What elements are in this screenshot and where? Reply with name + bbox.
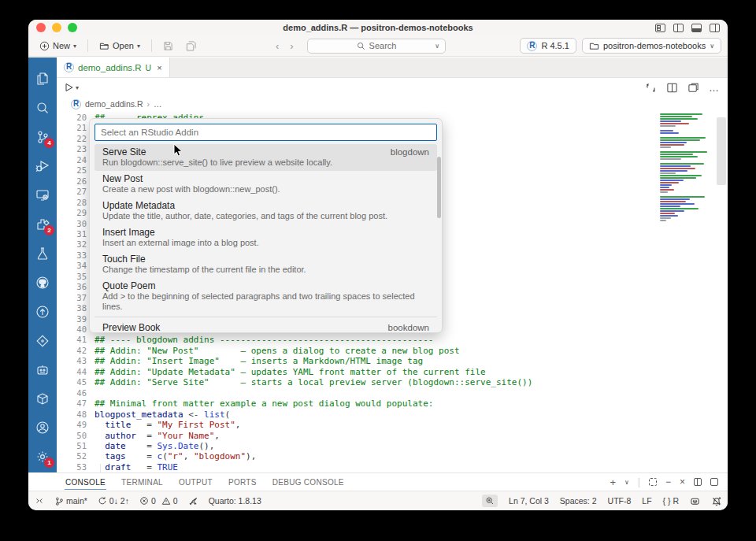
editor-scrollbar[interactable] [717, 117, 726, 185]
split-editor-icon[interactable] [666, 82, 678, 94]
addin-item-insert-image[interactable]: Insert ImageInsert an external image int… [94, 224, 437, 251]
chevron-down-icon: ▾ [73, 43, 76, 50]
remote-indicator[interactable] [35, 496, 44, 506]
zoom-button[interactable] [482, 495, 498, 507]
panel-tab-ports[interactable]: PORTS [228, 475, 258, 489]
line-number: 48 [57, 409, 87, 420]
line-number: 46 [57, 388, 87, 398]
encoding-status[interactable]: UTF-8 [608, 496, 632, 506]
panel-layout-icon[interactable] [710, 478, 718, 486]
eol-status[interactable]: LF [642, 496, 651, 506]
open-in-new-window-icon[interactable] [687, 82, 699, 94]
customize-layout-icon[interactable] [655, 24, 665, 32]
panel-tab-debug-console[interactable]: DEBUG CONSOLE [272, 475, 345, 489]
toggle-panel-icon[interactable] [691, 24, 702, 32]
code-editor[interactable]: 1920## ---- reprex addins --------------… [57, 111, 728, 472]
line-number: 33 [57, 250, 87, 261]
panel-tab-output[interactable]: OUTPUT [178, 475, 213, 489]
minimap[interactable] [660, 111, 713, 222]
account-button[interactable] [28, 413, 57, 442]
addin-item-preview-book[interactable]: Preview BookRun bookdown::serve_book() t… [94, 320, 437, 333]
run-file-button[interactable]: ▾ [63, 82, 79, 93]
minimap-line [660, 180, 684, 181]
code-text: title = "My First Post", [94, 420, 240, 430]
addin-title: Touch File [102, 254, 429, 265]
chevron-down-icon[interactable]: ∨ [624, 479, 629, 486]
save-button[interactable] [158, 39, 178, 54]
panel-tab-terminal[interactable]: TERMINAL [120, 475, 164, 489]
minimap-line [660, 156, 698, 157]
sidebar-item-packages[interactable] [28, 384, 57, 413]
sidebar-item-sessions[interactable] [28, 180, 57, 209]
minimap-line [660, 175, 702, 176]
addin-item-quote-poem[interactable]: Quote PoemAdd > to the beginning of sele… [94, 278, 437, 315]
feedback-robot-icon [690, 496, 700, 506]
settings-badge: 1 [44, 458, 54, 468]
addin-item-new-post[interactable]: New PostCreate a new post with blogdown:… [94, 171, 437, 198]
indent-guide [100, 464, 101, 472]
addin-item-serve-site[interactable]: Serve SiteRun blogdown::serve_site() to … [94, 144, 437, 171]
minimize-panel-icon[interactable]: − [665, 476, 671, 487]
toggle-sidebar-icon[interactable] [673, 24, 684, 32]
line-number: 43 [57, 356, 87, 366]
diamond-icon [35, 333, 50, 349]
maximize-panel-icon[interactable] [649, 478, 657, 486]
git-branch-status[interactable]: main* [54, 496, 87, 506]
panel-tab-console[interactable]: CONSOLE [65, 475, 106, 490]
close-panel-icon[interactable]: × [680, 476, 685, 487]
sidebar-item-gem[interactable] [28, 326, 57, 355]
addin-title: Update Metadata [102, 200, 429, 211]
sidebar-item-run-debug[interactable] [28, 151, 57, 180]
sidebar-item-explorer[interactable] [28, 64, 57, 93]
language-mode-status[interactable]: { } R [663, 496, 679, 506]
new-button[interactable]: New▾ [35, 39, 81, 54]
minimap-line [660, 144, 684, 146]
addin-item-touch-file[interactable]: Touch FileChange the timestamp of the cu… [94, 251, 437, 278]
sidebar-item-extensions[interactable]: 2 [28, 209, 57, 239]
sidebar-item-source-control[interactable]: 4 [28, 122, 57, 151]
dock-panel-icon[interactable] [694, 478, 702, 486]
line-number: 42 [57, 346, 87, 356]
quarto-status[interactable]: Quarto: 1.8.13 [209, 496, 261, 506]
tab-demo-addins[interactable]: R demo_addins.R U × [57, 57, 170, 77]
cursor-position-status[interactable]: Ln 7, Col 3 [509, 496, 549, 506]
open-button[interactable]: Open▾ [94, 39, 145, 54]
forward-button[interactable]: › [290, 40, 293, 52]
save-all-icon [186, 41, 196, 51]
zoom-icon [485, 496, 495, 506]
addin-item-update-metadata[interactable]: Update MetadataUpdate the title, author,… [94, 198, 437, 224]
sidebar-item-search[interactable] [28, 93, 57, 122]
toggle-secondary-sidebar-icon[interactable] [710, 24, 720, 32]
robot-icon [35, 362, 50, 378]
search-input[interactable]: Search ∨ [307, 39, 446, 54]
launcher-status[interactable] [188, 496, 198, 506]
line-number: 26 [57, 176, 87, 187]
close-tab-icon[interactable]: × [157, 63, 161, 72]
feedback-button[interactable] [690, 496, 700, 506]
breadcrumb[interactable]: R demo_addins.R › … [57, 97, 728, 111]
compare-changes-icon[interactable] [645, 82, 657, 94]
line-number: 40 [57, 324, 87, 335]
indentation-status[interactable]: Spaces: 2 [560, 496, 597, 506]
notifications-button[interactable] [711, 496, 721, 506]
line-number: 52 [57, 451, 87, 461]
back-button[interactable]: ‹ [276, 40, 279, 52]
addin-search-input[interactable] [94, 124, 437, 141]
dropdown-scrollbar[interactable] [437, 157, 441, 218]
sidebar-item-testing[interactable] [28, 239, 57, 268]
workspace-button[interactable]: positron-demos-notebooks ∨ [582, 38, 721, 54]
sidebar-item-publish[interactable] [28, 297, 57, 326]
sidebar-item-github[interactable] [28, 268, 57, 297]
more-actions-icon[interactable]: … [709, 82, 720, 94]
problems-status[interactable]: 0 0 [139, 496, 178, 506]
sidebar-item-assistant[interactable] [28, 355, 57, 384]
minimap-line [660, 113, 702, 115]
r-interpreter-button[interactable]: R R 4.5.1 [520, 38, 576, 54]
save-all-button[interactable] [181, 39, 201, 54]
settings-button[interactable]: 1 [28, 442, 57, 471]
minimap-line [660, 220, 666, 221]
bell-slash-icon [711, 496, 721, 506]
git-branch-icon [54, 496, 64, 506]
new-console-button[interactable]: + [610, 476, 616, 488]
git-sync-status[interactable]: 0↓ 2↑ [98, 496, 129, 506]
